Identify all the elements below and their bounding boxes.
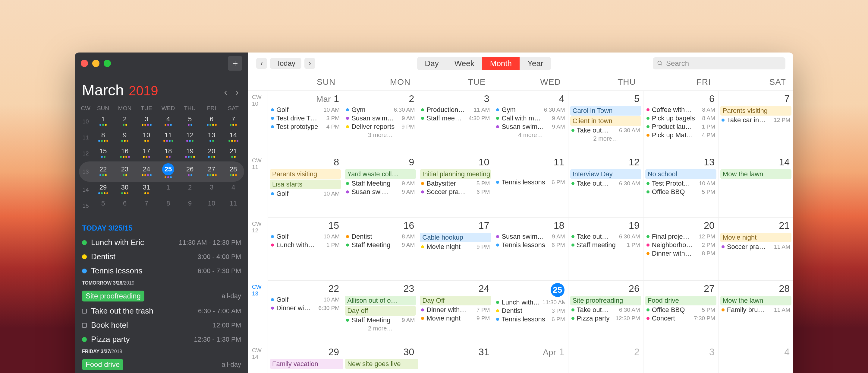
mini-day[interactable]: 7 — [135, 198, 157, 214]
day-cell[interactable]: 14Mow the lawn — [718, 154, 793, 218]
event-item[interactable]: Gym6:30 AM — [496, 106, 565, 114]
event-item[interactable]: Susan swim…9 AM — [496, 122, 565, 131]
mini-day[interactable]: 15 — [92, 145, 114, 162]
event-item[interactable]: Family bru…11 AM — [721, 306, 790, 314]
event-item[interactable]: Call with m…9 AM — [496, 114, 565, 122]
mini-day[interactable]: 4 — [222, 182, 244, 198]
day-cell[interactable]: 2Gym6:30 AMSusan swim…9 AMDeliver report… — [343, 91, 418, 154]
mini-day[interactable]: 24 — [135, 164, 157, 179]
mini-calendar[interactable]: CWSUNMONTUEWEDTHUFRISAT10123456711891011… — [75, 102, 248, 219]
mini-day[interactable]: 11 — [222, 198, 244, 214]
event-block[interactable]: Day off — [345, 306, 416, 316]
mini-day[interactable]: 3 — [135, 113, 157, 130]
event-item[interactable]: Susan swi…9 AM — [346, 188, 415, 196]
mini-day[interactable]: 27 — [201, 164, 222, 179]
agenda-event[interactable]: Site proofreadingall-day — [82, 288, 241, 304]
mini-day[interactable]: 3 — [201, 182, 222, 198]
event-item[interactable]: Staff Meeting9 AM — [346, 179, 415, 188]
day-cell[interactable]: 26Site proofreadingTake out…6:30 AMPizza… — [568, 281, 643, 344]
view-tab[interactable]: Day — [417, 57, 447, 70]
event-item[interactable]: Pick up Mat…4 PM — [647, 131, 715, 139]
mini-day[interactable]: 23 — [114, 164, 135, 179]
event-item[interactable]: Pick up bagels8 AM — [647, 114, 715, 122]
mini-day[interactable]: 28 — [222, 164, 244, 179]
event-item[interactable]: Test Protot…10 AM — [647, 179, 715, 188]
mini-day[interactable]: 10 — [135, 130, 157, 145]
month-grid[interactable]: CW 10Mar 1Golf10 AMTest drive T…3 PMTest… — [248, 91, 793, 373]
event-item[interactable]: Office BBQ5 PM — [647, 188, 715, 196]
event-item[interactable]: Gym6:30 AM — [346, 106, 415, 114]
event-item[interactable]: Take out…6:30 AM — [571, 306, 640, 314]
event-item[interactable]: Take out…6:30 AM — [571, 126, 640, 135]
event-item[interactable]: Tennis lessons6 PM — [496, 241, 565, 249]
mini-day[interactable]: 4 — [157, 113, 179, 130]
day-cell[interactable]: 4 — [718, 344, 793, 373]
mini-day[interactable]: 30 — [114, 182, 135, 198]
event-item[interactable]: Babysitter5 PM — [421, 179, 490, 188]
day-cell[interactable]: 21Movie nightSoccer pra…11 AM — [718, 218, 793, 281]
day-cell[interactable]: 15Golf10 AMLunch with…1 PM — [268, 218, 343, 281]
day-cell[interactable]: 7Parents visitingTake car in…12 PM — [718, 91, 793, 154]
event-block[interactable]: Interview Day — [570, 169, 641, 179]
agenda-event[interactable]: Tennis lessons6:00 - 7:30 PM — [82, 264, 241, 278]
event-item[interactable]: Take out…6:30 AM — [571, 232, 640, 241]
event-block[interactable]: Movie night — [720, 233, 792, 242]
mini-day[interactable]: 10 — [201, 198, 222, 214]
day-cell[interactable]: 4Gym6:30 AMCall with m…9 AMSusan swim…9 … — [493, 91, 568, 154]
more-events[interactable]: 2 more… — [346, 324, 415, 332]
event-block[interactable]: Mow the lawn — [720, 169, 792, 179]
mini-day[interactable]: 1 — [157, 182, 179, 198]
event-block[interactable]: Food drive — [645, 296, 716, 306]
day-cell[interactable]: 5Carol in TownClient in townTake out…6:3… — [568, 91, 643, 154]
mini-day[interactable]: 26 — [179, 164, 201, 179]
day-cell[interactable]: 10Initial planning meetingBabysitter5 PM… — [418, 154, 493, 218]
event-item[interactable]: Lunch with…11:30 AM — [496, 298, 565, 307]
next-period-button[interactable]: › — [304, 58, 315, 69]
mini-day[interactable]: 21 — [222, 145, 244, 162]
mini-day[interactable]: 20 — [201, 145, 222, 162]
day-cell[interactable]: 6Coffee with…8 AMPick up bagels8 AMProdu… — [643, 91, 718, 154]
event-item[interactable]: Staff Meeting9 AM — [346, 241, 415, 249]
checkbox-icon[interactable] — [82, 309, 87, 314]
event-block[interactable]: Carol in Town — [570, 106, 641, 116]
event-item[interactable]: Dinner with…7 PM — [421, 306, 490, 314]
minimize-window-button[interactable] — [92, 60, 99, 67]
mini-day[interactable]: 2 — [114, 113, 135, 130]
day-cell[interactable]: 22Golf10 AMDinner wi…6:30 PM — [268, 281, 343, 344]
event-item[interactable]: Movie night9 PM — [421, 314, 490, 323]
mini-day[interactable]: 7 — [222, 113, 244, 130]
day-cell[interactable]: 3Production…11 AMStaff mee…4:30 PM — [418, 91, 493, 154]
prev-month-button[interactable]: ‹ — [221, 85, 230, 99]
mini-day[interactable]: 1 — [92, 113, 114, 130]
agenda-event[interactable]: Book hotel12:00 PM — [82, 318, 241, 332]
day-cell[interactable]: 13No schoolTest Protot…10 AMOffice BBQ5 … — [643, 154, 718, 218]
event-item[interactable]: Lunch with…1 PM — [271, 241, 340, 249]
day-cell[interactable]: 24Day OffDinner with…7 PMMovie night9 PM — [418, 281, 493, 344]
event-item[interactable]: Production…11 AM — [421, 106, 490, 114]
day-cell[interactable]: 19Take out…6:30 AMStaff meeting1 PM — [568, 218, 643, 281]
event-item[interactable]: Golf10 AM — [271, 106, 340, 114]
event-item[interactable]: Concert7:30 PM — [647, 314, 715, 323]
today-button[interactable]: Today — [270, 58, 301, 69]
mini-day[interactable]: 12 — [179, 130, 201, 145]
mini-day[interactable]: 17 — [135, 145, 157, 162]
event-item[interactable]: Staff meeting1 PM — [571, 241, 640, 249]
event-item[interactable]: Dentist3 PM — [496, 307, 565, 315]
event-item[interactable]: Test drive T…3 PM — [271, 114, 340, 122]
event-item[interactable]: Staff mee…4:30 PM — [421, 114, 490, 122]
event-item[interactable]: Movie night9 PM — [421, 242, 490, 251]
event-block[interactable]: Parents visiting — [720, 106, 792, 116]
agenda-event[interactable]: Lunch with Eric11:30 AM - 12:30 PM — [82, 235, 241, 250]
event-block[interactable]: Parents visiting — [270, 169, 341, 179]
day-cell[interactable]: 25Lunch with…11:30 AMDentist3 PMTennis l… — [493, 281, 568, 344]
day-cell[interactable]: 17Cable hookupMovie night9 PM — [418, 218, 493, 281]
day-cell[interactable]: 20Final proje…12 PMNeighborho…2 PMDinner… — [643, 218, 718, 281]
day-cell[interactable]: 31 — [418, 344, 493, 373]
event-block[interactable]: Mow the lawn — [720, 296, 792, 306]
event-item[interactable]: Susan swim…9 AM — [496, 232, 565, 241]
mini-day[interactable]: 14 — [222, 130, 244, 145]
event-item[interactable]: Final proje…12 PM — [647, 232, 715, 241]
event-item[interactable]: Golf10 AM — [271, 232, 340, 241]
mini-day[interactable]: 29 — [92, 182, 114, 198]
event-item[interactable]: Coffee with…8 AM — [647, 106, 715, 114]
